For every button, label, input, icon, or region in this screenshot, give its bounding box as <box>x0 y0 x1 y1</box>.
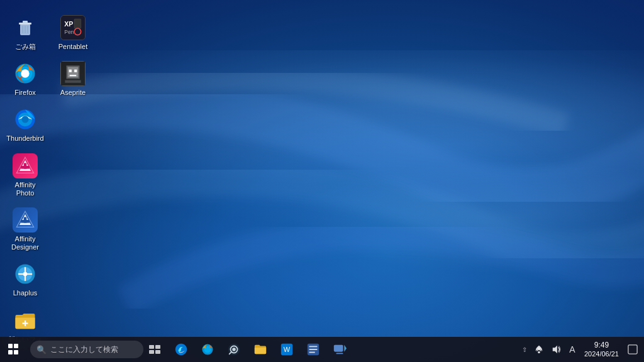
affinity-designer-label: Affinity Designer <box>5 235 45 251</box>
network-icon <box>534 344 544 354</box>
search-placeholder-text: ここに入力して検索 <box>50 344 118 355</box>
desktop-icon-recycle-bin[interactable]: ごみ箱 <box>3 11 48 55</box>
desktop-icon-firefox[interactable]: Firefox <box>3 57 48 101</box>
svg-rect-18 <box>74 70 77 72</box>
desktop-icons: ごみ箱 XP Pen Pentablet <box>0 6 98 362</box>
notification-button[interactable] <box>624 337 641 362</box>
affinity-photo-icon <box>13 153 38 178</box>
taskbar: 🔍 ここに入力して検索 <box>0 337 644 362</box>
ime-label: A <box>569 344 575 354</box>
svg-rect-44 <box>155 345 160 349</box>
system-tray: ⇧ A <box>519 337 644 362</box>
ime-tray-icon[interactable]: A <box>565 337 579 362</box>
tray-chevron-icon: ⇧ <box>522 346 527 353</box>
taskbar-steam[interactable] <box>221 337 247 362</box>
desktop: ごみ箱 XP Pen Pentablet <box>0 0 644 362</box>
aseprite-label: Aseprite <box>60 89 86 97</box>
clock-time: 9:49 <box>594 341 609 349</box>
desktop-icon-affinity-photo[interactable]: Affinity Photo <box>3 150 48 201</box>
thunderbird-icon <box>13 107 38 132</box>
svg-rect-2 <box>23 21 28 23</box>
sound-tray-icon[interactable] <box>548 337 565 362</box>
edge-icon <box>174 343 188 356</box>
clock-date: 2024/06/21 <box>584 350 619 358</box>
desktop-icon-lhaplus[interactable]: Lhaplus <box>3 258 48 301</box>
firefox-icon <box>13 61 38 86</box>
explorer-icon <box>253 343 267 356</box>
search-icon: 🔍 <box>36 345 47 354</box>
svg-rect-58 <box>334 345 343 352</box>
lhaplus-icon <box>13 261 38 287</box>
aseprite-icon <box>60 61 86 86</box>
start-button[interactable] <box>0 337 28 362</box>
taskbar-firefox-icon <box>201 343 214 356</box>
recycle-bin-label: ごみ箱 <box>15 43 36 51</box>
windows-logo-icon <box>8 344 19 355</box>
taskbar-app3[interactable] <box>327 337 352 362</box>
svg-text:W: W <box>284 346 291 353</box>
lhaplus-label: Lhaplus <box>13 289 38 297</box>
taskbar-firefox[interactable] <box>195 337 220 362</box>
desktop-icon-thunderbird[interactable]: Thunderbird <box>3 103 48 146</box>
svg-rect-31 <box>21 220 30 223</box>
recycle-bin-icon <box>13 15 38 40</box>
svg-text:XP: XP <box>64 20 73 28</box>
svg-rect-17 <box>69 70 72 72</box>
svg-rect-63 <box>628 345 637 354</box>
svg-rect-19 <box>70 75 77 76</box>
svg-rect-6 <box>61 16 85 40</box>
svg-point-61 <box>538 351 540 354</box>
firefox-label: Firefox <box>14 89 36 97</box>
clock-button[interactable]: 9:49 2024/06/21 <box>579 337 624 362</box>
desktop-icon-affinity-designer[interactable]: Affinity Designer <box>3 204 48 255</box>
svg-rect-27 <box>21 166 30 169</box>
affinity-designer-icon <box>13 207 38 233</box>
svg-rect-60 <box>336 353 343 354</box>
taskbar-edge[interactable] <box>169 337 194 362</box>
task-view-icon <box>149 345 160 354</box>
task-view-button[interactable] <box>143 337 166 362</box>
taskbar-app1[interactable]: W <box>274 337 299 362</box>
search-bar[interactable]: 🔍 ここに入力して検索 <box>30 341 143 358</box>
affinity-photo-label: Affinity Photo <box>5 181 45 197</box>
svg-text:Pen: Pen <box>64 29 74 35</box>
new-folder-icon <box>13 308 38 333</box>
svg-rect-56 <box>309 349 318 350</box>
svg-marker-59 <box>344 345 347 352</box>
taskbar-apps: W <box>169 337 352 362</box>
app3-icon <box>333 343 347 356</box>
sound-icon <box>552 344 562 354</box>
svg-rect-46 <box>155 350 160 354</box>
steam-icon <box>227 343 241 356</box>
taskbar-explorer[interactable] <box>248 337 273 362</box>
svg-rect-43 <box>149 345 154 349</box>
app2-icon <box>306 343 320 356</box>
pentablet-icon: XP Pen <box>60 15 86 40</box>
svg-rect-55 <box>309 346 318 348</box>
desktop-icon-aseprite[interactable]: Aseprite <box>50 57 96 101</box>
app1-icon: W <box>280 343 294 356</box>
network-tray-icon[interactable] <box>530 337 548 362</box>
desktop-icon-pentablet[interactable]: XP Pen Pentablet <box>50 11 96 55</box>
tray-expand-button[interactable]: ⇧ <box>519 337 530 362</box>
pentablet-label: Pentablet <box>58 43 87 51</box>
svg-rect-20 <box>65 80 80 83</box>
svg-rect-45 <box>149 350 154 354</box>
svg-marker-62 <box>553 346 557 353</box>
taskbar-app2[interactable] <box>301 337 326 362</box>
notification-icon <box>628 344 638 354</box>
svg-point-23 <box>21 116 28 123</box>
svg-rect-57 <box>309 352 315 353</box>
svg-point-36 <box>23 272 28 277</box>
svg-rect-9 <box>74 19 81 28</box>
thunderbird-label: Thunderbird <box>6 134 43 143</box>
svg-point-51 <box>232 348 236 351</box>
